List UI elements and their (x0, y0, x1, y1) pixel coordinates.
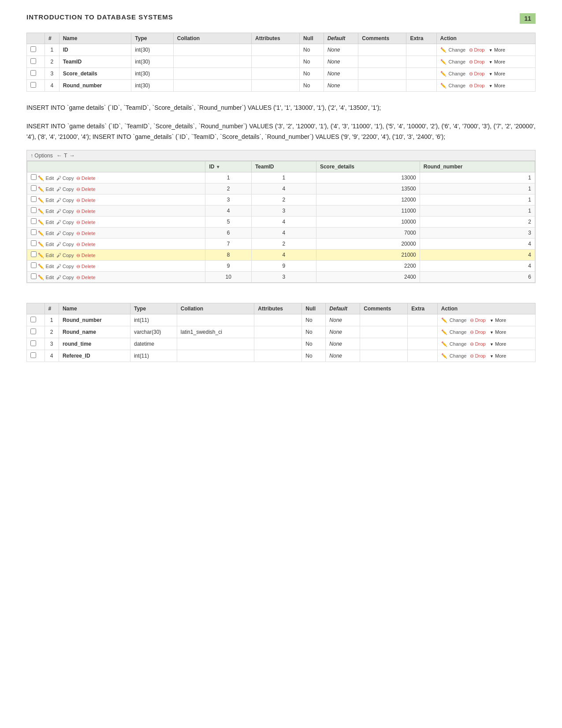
row-checkbox[interactable] (27, 326, 45, 338)
row-default: None (326, 326, 360, 338)
row-attributes (254, 314, 302, 326)
drop-button[interactable]: ⊖ Drop (469, 59, 485, 64)
copy-button[interactable]: 🖋 Copy (56, 175, 74, 181)
more-button[interactable]: More (495, 329, 506, 335)
drop-button[interactable]: ⊖ Drop (470, 329, 486, 335)
more-arrow[interactable]: ▼ (489, 84, 493, 88)
delete-button[interactable]: ⊖ Delete (76, 242, 96, 247)
row-checkbox[interactable] (31, 229, 37, 235)
edit-button[interactable]: ✏️ Edit (38, 198, 54, 203)
delete-button[interactable]: ⊖ Delete (76, 231, 96, 236)
row-id: 5 (205, 217, 251, 228)
data-row: ✏️ Edit 🖋 Copy ⊖ Delete 7 2 20000 4 (27, 239, 535, 250)
row-checkbox[interactable] (31, 218, 37, 224)
more-button[interactable]: More (495, 341, 506, 347)
more-button[interactable]: More (495, 353, 506, 358)
copy-button[interactable]: 🖋 Copy (56, 275, 74, 280)
nav-left[interactable]: ← (56, 152, 62, 159)
th2-default: Default (326, 303, 360, 314)
edit-button[interactable]: ✏️ Edit (38, 231, 54, 236)
drop-button[interactable]: ⊖ Drop (470, 341, 486, 347)
copy-button[interactable]: 🖋 Copy (56, 209, 74, 214)
row-checkbox[interactable] (31, 273, 37, 279)
row-checkbox[interactable] (31, 262, 37, 268)
row-checkbox[interactable] (31, 196, 37, 202)
row-name: round_time (59, 338, 130, 350)
row-checkbox[interactable] (27, 44, 45, 56)
delete-button[interactable]: ⊖ Delete (76, 209, 96, 214)
th2-collation: Collation (177, 303, 254, 314)
more-arrow[interactable]: ▼ (489, 48, 493, 52)
nav-right[interactable]: → (69, 152, 75, 159)
copy-button[interactable]: 🖋 Copy (56, 253, 74, 258)
more-button[interactable]: More (494, 59, 505, 64)
drop-button[interactable]: ⊖ Drop (469, 83, 485, 88)
row-checkbox[interactable] (31, 174, 37, 180)
edit-button[interactable]: ✏️ Edit (38, 220, 54, 225)
change-button[interactable]: ✏️ Change (441, 353, 467, 358)
more-arrow[interactable]: ▼ (489, 60, 493, 64)
row-round: 3 (420, 228, 535, 239)
change-button[interactable]: ✏️ Change (441, 317, 467, 323)
table-row: 2 TeamID int(30) No None ✏️ Change ⊖ Dro… (27, 56, 536, 68)
row-checkbox[interactable] (27, 350, 45, 362)
row-checkbox[interactable] (31, 207, 37, 213)
copy-icon: 🖋 (56, 198, 61, 203)
edit-button[interactable]: ✏️ Edit (38, 264, 54, 269)
more-arrow[interactable]: ▼ (490, 354, 494, 358)
copy-button[interactable]: 🖋 Copy (56, 231, 74, 236)
more-arrow[interactable]: ▼ (490, 318, 494, 323)
edit-button[interactable]: ✏️ Edit (38, 275, 54, 280)
change-button[interactable]: ✏️ Change (441, 341, 467, 347)
row-extra (408, 350, 438, 362)
change-button[interactable]: ✏️ Change (441, 329, 467, 335)
delete-button[interactable]: ⊖ Delete (76, 264, 96, 269)
more-button[interactable]: More (494, 71, 505, 76)
data-th-round: Round_number (420, 161, 535, 172)
drop-button[interactable]: ⊖ Drop (470, 353, 486, 358)
row-checkbox[interactable] (31, 240, 37, 246)
row-comments (358, 80, 406, 92)
drop-button[interactable]: ⊖ Drop (470, 317, 486, 323)
delete-button[interactable]: ⊖ Delete (76, 220, 96, 225)
copy-button[interactable]: 🖋 Copy (56, 264, 74, 269)
change-button[interactable]: ✏️ Change (440, 71, 466, 76)
delete-button[interactable]: ⊖ Delete (76, 198, 96, 203)
edit-button[interactable]: ✏️ Edit (38, 242, 54, 247)
change-button[interactable]: ✏️ Change (440, 83, 466, 88)
edit-button[interactable]: ✏️ Edit (38, 253, 54, 258)
drop-button[interactable]: ⊖ Drop (469, 71, 485, 76)
row-checkbox[interactable] (27, 68, 45, 80)
edit-button[interactable]: ✏️ Edit (38, 175, 54, 181)
row-checkbox[interactable] (31, 185, 37, 191)
more-arrow[interactable]: ▼ (490, 342, 494, 347)
delete-button[interactable]: ⊖ Delete (76, 175, 96, 181)
more-button[interactable]: More (494, 83, 505, 88)
row-checkbox[interactable] (27, 56, 45, 68)
copy-button[interactable]: 🖋 Copy (56, 242, 74, 247)
more-arrow[interactable]: ▼ (489, 72, 493, 76)
edit-button[interactable]: ✏️ Edit (38, 209, 54, 214)
copy-button[interactable]: 🖋 Copy (56, 187, 74, 192)
edit-button[interactable]: ✏️ Edit (38, 187, 54, 192)
delete-icon: ⊖ (76, 198, 80, 203)
copy-button[interactable]: 🖋 Copy (56, 198, 74, 203)
row-round: 2 (420, 217, 535, 228)
toolbar-options-label[interactable]: ↑ Options (30, 153, 53, 159)
change-button[interactable]: ✏️ Change (440, 47, 466, 52)
copy-button[interactable]: 🖋 Copy (56, 220, 74, 225)
row-checkbox[interactable] (31, 251, 37, 257)
change-button[interactable]: ✏️ Change (440, 59, 466, 64)
row-checkbox[interactable] (27, 338, 45, 350)
delete-button[interactable]: ⊖ Delete (76, 253, 96, 258)
delete-button[interactable]: ⊖ Delete (76, 275, 96, 280)
row-checkbox[interactable] (27, 80, 45, 92)
drop-button[interactable]: ⊖ Drop (469, 47, 485, 52)
row-checkbox[interactable] (27, 314, 45, 326)
pencil-icon: ✏️ (38, 264, 44, 269)
row-attributes (252, 56, 300, 68)
more-button[interactable]: More (495, 317, 506, 323)
more-button[interactable]: More (494, 47, 505, 52)
more-arrow[interactable]: ▼ (490, 330, 494, 335)
delete-button[interactable]: ⊖ Delete (76, 187, 96, 192)
